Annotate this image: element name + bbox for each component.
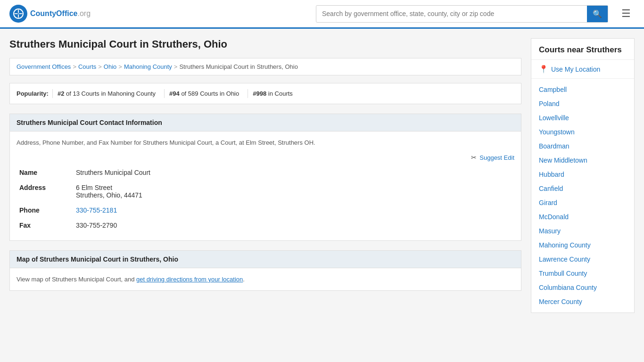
sidebar-link-lawrence-county[interactable]: Lawrence County (531, 252, 634, 266)
menu-button[interactable]: ☰ (618, 6, 635, 22)
pop-rank-1: #2 (58, 90, 64, 97)
breadcrumb-current: Struthers Municipal Court in Struthers, … (179, 63, 297, 70)
phone-link[interactable]: 330-755-2181 (76, 206, 117, 214)
popularity-item-2: #94 of 589 Courts in Ohio (164, 89, 244, 98)
sidebar-title: Courts near Struthers (531, 39, 634, 60)
menu-icon: ☰ (621, 8, 631, 19)
sidebar-link-columbiana-county[interactable]: Columbiana County (531, 280, 634, 295)
search-input[interactable] (316, 6, 587, 21)
edit-icon: ✂ (471, 154, 477, 161)
pop-desc-2: of 589 Courts in Ohio (181, 90, 239, 97)
list-item: Masury (531, 224, 634, 238)
page-title: Struthers Municipal Court in Struthers, … (9, 38, 521, 50)
logo-icon (9, 5, 27, 23)
sidebar-link-poland[interactable]: Poland (531, 97, 634, 111)
fax-value: 330-755-2790 (73, 218, 514, 233)
sep4: > (174, 63, 178, 70)
site-header: CountyOffice.org 🔍 ☰ (0, 0, 644, 29)
sidebar-link-girard[interactable]: Girard (531, 196, 634, 210)
sidebar-link-lowellville[interactable]: Lowellville (531, 111, 634, 125)
sep3: > (118, 63, 122, 70)
name-value: Struthers Municipal Court (73, 165, 514, 180)
suggest-edit-link[interactable]: Suggest Edit (479, 154, 514, 161)
sep2: > (98, 63, 102, 70)
list-item: McDonald (531, 210, 634, 224)
sep1: > (73, 63, 76, 70)
contact-section-body: Address, Phone Number, and Fax Number fo… (10, 132, 521, 240)
nearby-courts-list: Campbell Poland Lowellville Youngstown B… (531, 79, 634, 313)
list-item: Lowellville (531, 111, 634, 125)
pop-desc-1: of 13 Courts in Mahoning County (66, 90, 156, 97)
contact-row-phone: Phone 330-755-2181 (17, 203, 514, 218)
name-label: Name (17, 165, 73, 180)
driving-directions-link[interactable]: get driving directions from your locatio… (136, 276, 243, 283)
sidebar-card: Courts near Struthers 📍 Use My Location … (531, 38, 635, 313)
search-icon: 🔍 (593, 10, 602, 18)
content-area: Struthers Municipal Court in Struthers, … (9, 38, 521, 313)
list-item: Mercer County (531, 295, 634, 309)
list-item: Trumbull County (531, 266, 634, 280)
breadcrumb: Government Offices > Courts > Ohio > Mah… (9, 58, 521, 75)
pop-rank-3: #998 (253, 90, 266, 97)
logo-text: CountyOffice.org (30, 9, 91, 18)
location-pin-icon: 📍 (539, 65, 548, 74)
list-item: Columbiana County (531, 280, 634, 295)
contact-table: Name Struthers Municipal Court Address 6… (17, 165, 514, 233)
main-container: Struthers Municipal Court in Struthers, … (0, 29, 644, 322)
list-item: Boardman (531, 139, 634, 153)
contact-row-address: Address 6 Elm Street Struthers, Ohio, 44… (17, 180, 514, 203)
breadcrumb-government-offices[interactable]: Government Offices (17, 63, 71, 70)
list-item: Lawrence County (531, 252, 634, 266)
list-item: Youngstown (531, 125, 634, 139)
sidebar-link-hubbard[interactable]: Hubbard (531, 167, 634, 181)
breadcrumb-mahoning-county[interactable]: Mahoning County (124, 63, 172, 70)
list-item: Hubbard (531, 167, 634, 181)
list-item: New Middletown (531, 153, 634, 167)
sidebar-link-mcdonald[interactable]: McDonald (531, 210, 634, 224)
popularity-item-3: #998 in Courts (248, 89, 297, 98)
list-item: Poland (531, 97, 634, 111)
sidebar-link-trumbull-county[interactable]: Trumbull County (531, 266, 634, 280)
pop-desc-3: in Courts (268, 90, 293, 97)
phone-label: Phone (17, 203, 73, 218)
map-section-body: View map of Struthers Municipal Court, a… (10, 268, 521, 290)
popularity-label: Popularity: (17, 90, 49, 97)
sidebar-link-mahoning-county[interactable]: Mahoning County (531, 238, 634, 252)
breadcrumb-courts[interactable]: Courts (78, 63, 96, 70)
fax-label: Fax (17, 218, 73, 233)
sidebar-link-new-middletown[interactable]: New Middletown (531, 153, 634, 167)
contact-description: Address, Phone Number, and Fax Number fo… (17, 139, 514, 146)
list-item: Campbell (531, 82, 634, 97)
sidebar-link-boardman[interactable]: Boardman (531, 139, 634, 153)
map-desc-before: View map of Struthers Municipal Court, a… (17, 276, 136, 283)
search-bar: 🔍 (316, 5, 608, 23)
phone-value: 330-755-2181 (73, 203, 514, 218)
pop-rank-2: #94 (169, 90, 180, 97)
list-item: Mahoning County (531, 238, 634, 252)
map-description: View map of Struthers Municipal Court, a… (17, 276, 514, 283)
sidebar-link-campbell[interactable]: Campbell (531, 82, 634, 97)
popularity-bar: Popularity: #2 of 13 Courts in Mahoning … (9, 83, 521, 104)
contact-row-fax: Fax 330-755-2790 (17, 218, 514, 233)
contact-section: Struthers Municipal Court Contact Inform… (9, 114, 521, 241)
use-my-location-link[interactable]: Use My Location (551, 66, 600, 73)
list-item: Canfield (531, 181, 634, 196)
sidebar-link-mercer-county[interactable]: Mercer County (531, 295, 634, 309)
breadcrumb-ohio[interactable]: Ohio (104, 63, 116, 70)
contact-row-name: Name Struthers Municipal Court (17, 165, 514, 180)
use-location-row: 📍 Use My Location (531, 60, 634, 79)
suggest-edit-area: ✂ Suggest Edit (471, 154, 514, 161)
address-label: Address (17, 180, 73, 203)
search-button[interactable]: 🔍 (587, 6, 608, 22)
map-desc-after: . (243, 276, 245, 283)
list-item: Girard (531, 196, 634, 210)
sidebar-link-masury[interactable]: Masury (531, 224, 634, 238)
sidebar-link-youngstown[interactable]: Youngstown (531, 125, 634, 139)
sidebar: Courts near Struthers 📍 Use My Location … (531, 38, 635, 313)
logo-link[interactable]: CountyOffice.org (9, 5, 91, 23)
map-section: Map of Struthers Municipal Court in Stru… (9, 250, 521, 291)
sidebar-link-canfield[interactable]: Canfield (531, 181, 634, 196)
contact-section-header: Struthers Municipal Court Contact Inform… (10, 114, 521, 132)
map-section-header: Map of Struthers Municipal Court in Stru… (10, 251, 521, 268)
popularity-item-1: #2 of 13 Courts in Mahoning County (52, 89, 160, 98)
